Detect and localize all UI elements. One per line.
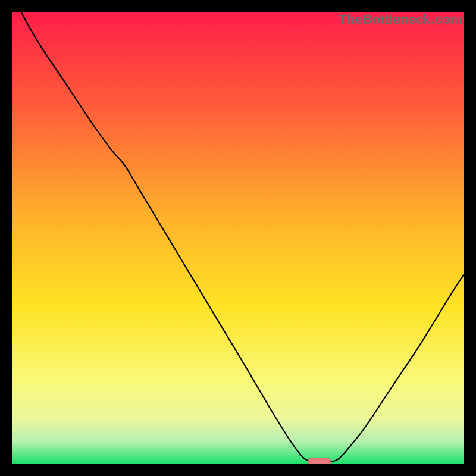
watermark-text: TheBottleneck.com: [339, 12, 462, 27]
gradient-background: [12, 12, 464, 464]
bottleneck-chart: [12, 12, 464, 464]
optimal-zone-marker: [308, 458, 331, 464]
chart-frame: TheBottleneck.com: [12, 12, 464, 464]
